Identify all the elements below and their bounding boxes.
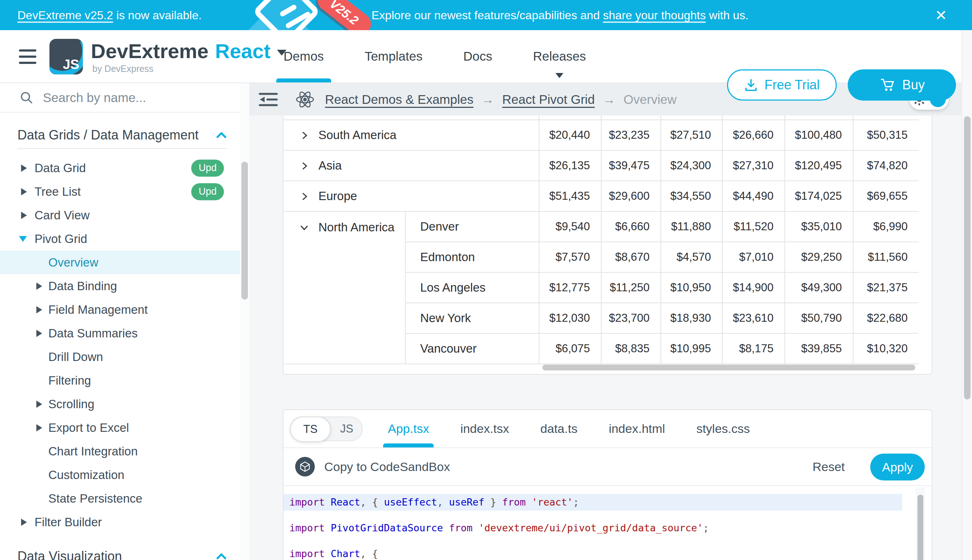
row-header-city: New York [405,303,539,333]
sidebar-item-drill-down[interactable]: Drill Down [0,345,240,368]
share-thoughts-link[interactable]: share your thoughts [603,8,706,22]
cell-value: $8,175 [722,333,785,364]
language-toggle-js[interactable]: JS [340,417,353,440]
cell-value: $39,475 [601,150,661,181]
brand-block[interactable]: DevExtreme React by DevExpress [91,41,286,74]
sidebar-item-scrolling[interactable]: Scrolling [0,392,240,416]
page-scrollbar[interactable] [962,30,972,560]
nav-templates[interactable]: Templates [344,30,443,82]
section-data-grids[interactable]: Data Grids / Data Management [17,123,227,147]
sidebar-item-pivot-grid[interactable]: Pivot Grid [0,227,240,251]
hamburger-menu-icon[interactable] [19,49,36,64]
cell-value: $8,835 [601,333,661,364]
tab-index-html[interactable]: index.html [593,410,681,447]
sidebar-scrollbar[interactable] [240,83,249,560]
sidebar-item-chart-integration[interactable]: Chart Integration [0,440,240,463]
sidebar-item-filter-builder[interactable]: Filter Builder [0,510,240,534]
tree-expand-icon[interactable] [21,188,27,195]
cell-value: $12,030 [539,303,601,333]
cell-value: $8,670 [601,242,661,272]
tree-expand-icon[interactable] [36,424,42,432]
code-scrollbar-thumb[interactable] [917,495,923,560]
code-scrollbar[interactable] [916,487,925,560]
cell-value: $44,490 [722,181,785,212]
cell-value: $51,435 [539,181,601,212]
row-header-south-america[interactable]: South America [284,120,539,150]
tree-expand-icon[interactable] [36,330,42,337]
file-tabs: App.tsx index.tsx data.ts index.html sty… [372,410,766,447]
collapse-sidebar-icon[interactable] [259,92,278,107]
banner-release-link[interactable]: DevExtreme v25.2 [17,8,113,22]
sidebar-item-state-persistence[interactable]: State Persistence [0,487,240,510]
sidebar-scrollbar-thumb[interactable] [241,162,248,300]
cell-value: $11,880 [661,212,722,242]
row-header-europe[interactable]: Europe [284,181,539,212]
close-icon[interactable]: ✕ [935,8,947,23]
reset-button[interactable]: Reset [812,460,845,474]
pivot-grid-table: South America $20,440 $23,235 $27,510 $2… [284,115,918,375]
cell-value: $7,570 [539,242,601,272]
cell-value: $14,900 [722,272,785,303]
tree-expand-icon[interactable] [21,518,27,526]
chevron-right-icon [299,130,310,141]
tree-expand-icon[interactable] [36,283,42,290]
cell-value: $21,375 [853,272,918,303]
code-tabs-row: TS JS App.tsx index.tsx data.ts index.ht… [284,410,932,448]
cell-value: $6,660 [601,212,661,242]
free-trial-button[interactable]: Free Trial [727,69,837,101]
tab-data-ts[interactable]: data.ts [525,410,593,447]
sidebar-item-card-view[interactable]: Card View [0,203,240,227]
sidebar-item-field-management[interactable]: Field Management [0,298,240,322]
table-row: South America $20,440 $23,235 $27,510 $2… [284,120,918,150]
sidebar-item-export-to-excel[interactable]: Export to Excel [0,416,240,440]
sidebar-item-filtering[interactable]: Filtering [0,368,240,392]
copy-to-codesandbox-link[interactable]: Copy to CodeSandBox [324,460,450,474]
sidebar-search[interactable] [0,83,240,113]
framework-selector[interactable]: React [215,41,271,62]
cell-value: $9,540 [539,212,601,242]
page-scrollbar-thumb[interactable] [964,116,970,400]
codesandbox-icon[interactable] [295,457,315,477]
breadcrumb-section-link[interactable]: React Pivot Grid [502,92,595,107]
row-header-city: Vancouver [405,333,539,364]
language-toggle[interactable]: TS JS [290,417,363,441]
sidebar-item-data-binding[interactable]: Data Binding [0,274,240,298]
cell-value: $49,300 [785,272,853,303]
row-header-north-america[interactable]: North America [284,212,405,364]
nav-docs[interactable]: Docs [443,30,512,82]
cell-value: $7,010 [722,242,785,272]
sidebar-item-tree-list[interactable]: Tree ListUpd [0,180,240,203]
devextreme-logo[interactable]: JS [49,39,83,75]
apply-button[interactable]: Apply [870,453,925,480]
tree-expand-icon[interactable] [36,400,42,408]
cell-value: $34,550 [661,181,722,212]
tree-collapse-icon[interactable] [19,236,27,242]
sidebar-item-customization[interactable]: Customization [0,463,240,487]
tab-index-tsx[interactable]: index.tsx [445,410,525,447]
sidebar-item-overview[interactable]: Overview [0,251,240,274]
cell-value: $10,320 [853,333,918,364]
tree-expand-icon[interactable] [21,212,27,219]
cell-value: $24,300 [661,150,722,181]
tree-expand-icon[interactable] [36,306,42,313]
language-toggle-ts[interactable]: TS [290,417,331,442]
tab-app-tsx[interactable]: App.tsx [372,410,445,447]
section-data-visualization[interactable]: Data Visualization [17,545,227,560]
tab-styles-css[interactable]: styles.css [681,410,766,447]
table-horizontal-scrollbar[interactable] [542,365,915,370]
nav-releases[interactable]: Releases [512,30,606,82]
sidebar-item-data-grid[interactable]: Data GridUpd [0,156,240,180]
nav-demos[interactable]: Demos [263,30,344,82]
cell-value: $23,700 [601,303,661,333]
tree-expand-icon[interactable] [21,165,27,172]
search-input[interactable] [43,90,203,105]
breadcrumb-root-link[interactable]: React Demos & Examples [325,92,473,107]
cell-value: $10,950 [661,272,722,303]
sidebar-item-data-summaries[interactable]: Data Summaries [0,322,240,345]
code-editor[interactable]: import React, { useEffect, useRef } from… [284,486,932,560]
row-header-asia[interactable]: Asia [284,150,539,181]
cell-value: $6,990 [853,212,918,242]
cell-value: $50,790 [785,303,853,333]
chevron-right-icon [299,191,310,202]
buy-button[interactable]: Buy [848,69,956,101]
